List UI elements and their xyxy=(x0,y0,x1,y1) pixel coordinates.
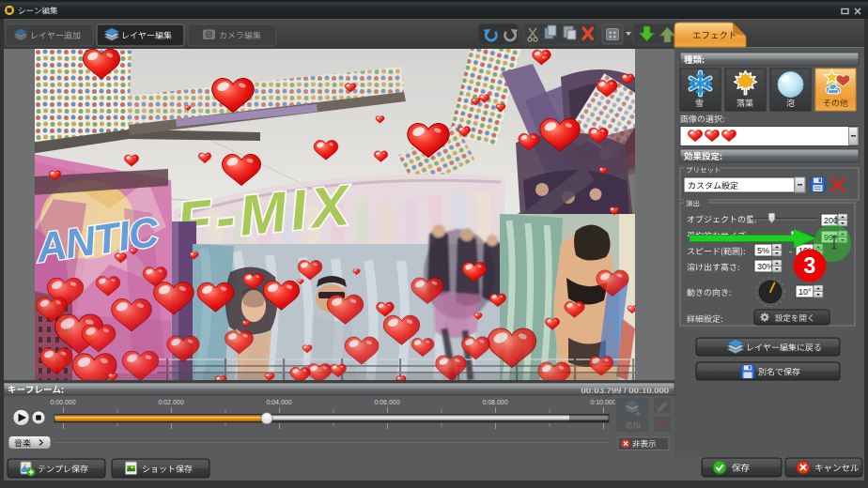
svg-text:0:08.000: 0:08.000 xyxy=(482,399,507,405)
svg-text:5%: 5% xyxy=(757,246,769,255)
svg-text:0:04.000: 0:04.000 xyxy=(266,399,291,405)
svg-text:0:10.000: 0:10.000 xyxy=(590,399,615,405)
svg-text:0:06.000: 0:06.000 xyxy=(374,399,399,405)
svg-text:30%: 30% xyxy=(757,262,774,271)
svg-text:00:03.799 / 00:10.000: 00:03.799 / 00:10.000 xyxy=(581,385,670,395)
svg-text:10°: 10° xyxy=(798,287,812,297)
svg-text:3: 3 xyxy=(804,253,816,278)
svg-text:-: - xyxy=(789,247,792,256)
svg-text:0:00.000: 0:00.000 xyxy=(50,399,75,405)
svg-text:0:02.000: 0:02.000 xyxy=(158,399,183,405)
